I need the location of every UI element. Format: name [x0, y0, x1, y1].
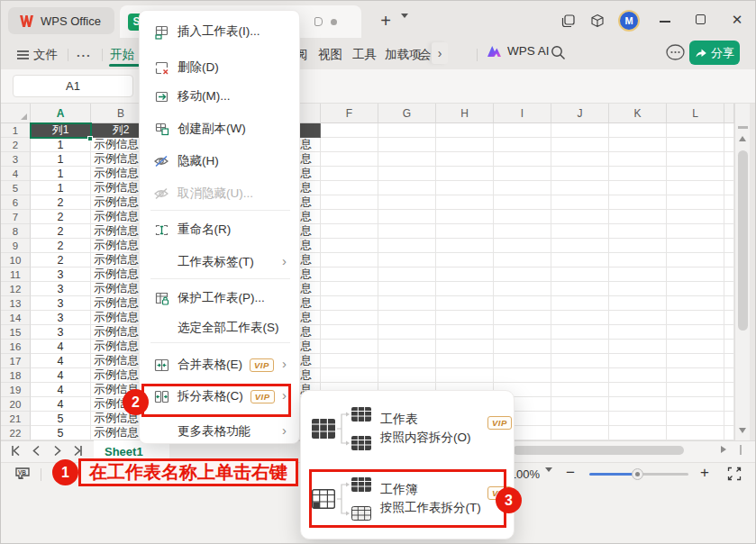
- search-icon[interactable]: [551, 45, 566, 64]
- cell-G5[interactable]: [378, 181, 436, 195]
- cell-J12[interactable]: [551, 282, 609, 296]
- row-number[interactable]: 17: [1, 354, 31, 368]
- name-box[interactable]: A1: [13, 75, 133, 97]
- cell-F13[interactable]: [321, 296, 378, 311]
- zoom-presets-chevron-icon[interactable]: [545, 472, 552, 488]
- cell-J16[interactable]: [551, 340, 609, 354]
- new-tab-button[interactable]: +: [376, 9, 396, 32]
- row-number[interactable]: 5: [1, 181, 31, 195]
- cell-H12[interactable]: [436, 282, 494, 296]
- cell-M3[interactable]: [724, 152, 734, 167]
- h-split-handle[interactable]: [740, 445, 742, 455]
- cell-H4[interactable]: [436, 167, 494, 181]
- row-number[interactable]: 21: [1, 412, 31, 426]
- menu-item-delete-sheet[interactable]: 删除(D): [143, 52, 297, 83]
- cell-G1[interactable]: [378, 123, 436, 138]
- cell-K22[interactable]: [609, 426, 667, 440]
- cell-G6[interactable]: [378, 195, 436, 210]
- cell-F5[interactable]: [321, 181, 378, 195]
- tab-list-chevron-icon[interactable]: [401, 18, 408, 34]
- cell-F11[interactable]: [321, 267, 378, 282]
- cell-J2[interactable]: [551, 138, 609, 152]
- share-button[interactable]: 分享: [689, 41, 740, 65]
- cell-M4[interactable]: [724, 167, 734, 181]
- column-header-H[interactable]: H: [436, 104, 494, 123]
- cell-F7[interactable]: [321, 210, 378, 224]
- cell-A11[interactable]: 3: [31, 267, 91, 282]
- zoom-out-button[interactable]: −: [566, 464, 575, 482]
- cell-A12[interactable]: 3: [31, 282, 91, 296]
- cell-F17[interactable]: [321, 354, 378, 368]
- cell-H3[interactable]: [436, 152, 494, 167]
- maximize-window-icon[interactable]: [696, 14, 706, 24]
- ribbon-tabs-overflow-chevron[interactable]: ›: [432, 42, 448, 64]
- cell-M12[interactable]: [724, 282, 734, 296]
- cell-H2[interactable]: [436, 138, 494, 152]
- cell-A9[interactable]: 2: [31, 239, 91, 253]
- cell-I18[interactable]: [494, 368, 551, 383]
- cell-J14[interactable]: [551, 311, 609, 325]
- cell-A15[interactable]: 3: [31, 325, 91, 340]
- column-header-A[interactable]: A: [31, 104, 91, 123]
- cell-L3[interactable]: [667, 152, 724, 167]
- cell-J4[interactable]: [551, 167, 609, 181]
- row-number[interactable]: 20: [1, 397, 31, 412]
- cell-L7[interactable]: [667, 210, 724, 224]
- next-sheet-icon[interactable]: [50, 443, 65, 458]
- file-menu[interactable]: 文件: [17, 44, 58, 66]
- cell-I9[interactable]: [494, 239, 551, 253]
- cell-L5[interactable]: [667, 181, 724, 195]
- cell-H9[interactable]: [436, 239, 494, 253]
- cell-J9[interactable]: [551, 239, 609, 253]
- cell-H10[interactable]: [436, 253, 494, 267]
- cell-M19[interactable]: [724, 383, 734, 397]
- cell-M6[interactable]: [724, 195, 734, 210]
- ribbon-tab-home[interactable]: 开始: [110, 44, 134, 66]
- cell-L10[interactable]: [667, 253, 724, 267]
- cell-F4[interactable]: [321, 167, 378, 181]
- cell-A6[interactable]: 2: [31, 195, 91, 210]
- cell-A10[interactable]: 2: [31, 253, 91, 267]
- ribbon-tab-addins[interactable]: 加载项: [385, 44, 422, 66]
- cell-G13[interactable]: [378, 296, 436, 311]
- cell-F2[interactable]: [321, 138, 378, 152]
- cell-K5[interactable]: [609, 181, 667, 195]
- cell-I2[interactable]: [494, 138, 551, 152]
- cell-I11[interactable]: [494, 267, 551, 282]
- cell-J17[interactable]: [551, 354, 609, 368]
- cell-A4[interactable]: 1: [31, 167, 91, 181]
- cell-J20[interactable]: [551, 397, 609, 412]
- cell-A22[interactable]: 5: [31, 426, 91, 440]
- menu-item-duplicate-sheet[interactable]: 创建副本(W): [143, 113, 297, 144]
- column-header-I[interactable]: I: [494, 104, 551, 123]
- cell-A20[interactable]: 4: [31, 397, 91, 412]
- zoom-slider-track-right[interactable]: [638, 473, 688, 476]
- cell-K21[interactable]: [609, 412, 667, 426]
- cell-J21[interactable]: [551, 412, 609, 426]
- cell-H15[interactable]: [436, 325, 494, 340]
- cell-I6[interactable]: [494, 195, 551, 210]
- row-number[interactable]: 3: [1, 152, 31, 167]
- row-number[interactable]: 1: [1, 123, 31, 138]
- menu-item-protect-sheet[interactable]: 保护工作表(P)...: [143, 283, 297, 313]
- cell-G7[interactable]: [378, 210, 436, 224]
- cell-G3[interactable]: [378, 152, 436, 167]
- cell-M11[interactable]: [724, 267, 734, 282]
- cell-J10[interactable]: [551, 253, 609, 267]
- cell-H8[interactable]: [436, 224, 494, 239]
- row-number[interactable]: 2: [1, 138, 31, 152]
- cell-G18[interactable]: [378, 368, 436, 383]
- cell-A8[interactable]: 2: [31, 224, 91, 239]
- cell-L16[interactable]: [667, 340, 724, 354]
- row-number[interactable]: 22: [1, 426, 31, 440]
- cell-G10[interactable]: [378, 253, 436, 267]
- row-number[interactable]: 6: [1, 195, 31, 210]
- cell-K8[interactable]: [609, 224, 667, 239]
- column-header-G[interactable]: G: [378, 104, 436, 123]
- cell-M5[interactable]: [724, 181, 734, 195]
- cell-A3[interactable]: 1: [31, 152, 91, 167]
- row-number[interactable]: 7: [1, 210, 31, 224]
- cell-K20[interactable]: [609, 397, 667, 412]
- app-center-box-icon[interactable]: [587, 11, 607, 31]
- column-header-J[interactable]: J: [551, 104, 609, 123]
